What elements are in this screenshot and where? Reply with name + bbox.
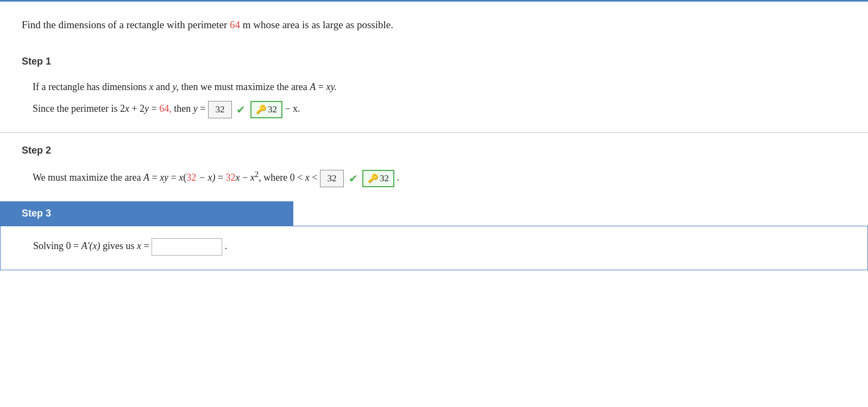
step1-line2-y2: y [193, 103, 198, 114]
step1-A: A [310, 81, 316, 92]
step2-minus-x: − x) [196, 172, 215, 183]
step2-xy: xy [160, 172, 168, 183]
problem-highlight-value: 64 [230, 19, 240, 30]
step2-label: Step 2 [22, 143, 846, 158]
step2-eq2: = [168, 172, 179, 183]
problem-statement: Find the dimensions of a rectangle with … [0, 2, 868, 44]
step1-line2: Since the perimeter is 2x + 2y = 64, the… [33, 99, 846, 120]
step3-x: (x) [90, 240, 100, 251]
step1-line2-plus: + 2 [129, 103, 144, 114]
step2-x4: x [305, 172, 310, 183]
step2-A: A [143, 172, 149, 183]
step2-red2: 32 [226, 172, 236, 183]
step2-minus2: − [240, 172, 250, 183]
step1-answer-box1: 32 [208, 101, 232, 118]
step2-line1: We must maximize the area A = xy = x(32 … [33, 166, 846, 189]
step1-xy: xy. [326, 81, 337, 92]
step2-red1: 32 [186, 172, 196, 183]
step2-x3: x [250, 172, 255, 183]
step1-line2-x: x [125, 103, 129, 114]
step3-outer: Step 3 Solving 0 = A′(x) gives us x = . [0, 201, 868, 270]
step2-comma: , where 0 < [259, 172, 305, 183]
step1-line2-y: y [144, 103, 149, 114]
step3-gives: gives us [100, 240, 137, 251]
step2-key-icon: 🔑 [368, 170, 379, 187]
step2-check-icon: ✔ [349, 168, 358, 189]
step2-eq3: = [215, 172, 225, 183]
step3-answer-input[interactable] [152, 238, 222, 256]
page-container: Find the dimensions of a rectangle with … [0, 0, 868, 407]
step1-answer-box2: 🔑32 [250, 101, 282, 118]
problem-text-after: whose area is as large as possible. [251, 19, 393, 30]
step1-then: then we must maximize the area [179, 81, 310, 92]
step2-answer-box2: 🔑32 [362, 170, 394, 187]
step2-period: . [397, 172, 400, 183]
step1-line1: If a rectangle has dimensions x and y, t… [33, 77, 846, 97]
step2-section: Step 2 We must maximize the area A = xy … [0, 133, 868, 201]
step2-eq: = [149, 172, 160, 183]
step1-y: y, [172, 81, 179, 92]
step1-and: and [153, 81, 172, 92]
step1-key-icon: 🔑 [256, 101, 267, 118]
step1-line2-before: Since the perimeter is 2 [33, 103, 125, 114]
step3-A: A′ [81, 240, 90, 251]
step3-before: Solving 0 = [33, 240, 81, 251]
step1-line2-minus: − x. [285, 103, 300, 114]
step1-eq: = [316, 81, 326, 92]
step2-answer-box1: 32 [320, 170, 344, 187]
problem-text-before: Find the dimensions of a rectangle with … [22, 19, 230, 30]
step1-line1-before: If a rectangle has dimensions [33, 81, 149, 92]
step3-label: Step 3 [22, 208, 51, 219]
step1-label: Step 1 [22, 54, 846, 69]
problem-unit: m [240, 19, 251, 30]
step1-line2-eq: = [149, 103, 159, 114]
step1-section: Step 1 If a rectangle has dimensions x a… [0, 44, 868, 132]
step3-content-box: Solving 0 = A′(x) gives us x = . [0, 226, 868, 270]
step2-before: We must maximize the area [33, 172, 143, 183]
step2-content: We must maximize the area A = xy = x(32 … [22, 166, 846, 189]
step1-line2-red: 64, [159, 103, 172, 114]
step3-period: . [225, 240, 228, 251]
step1-line2-eq2: = [198, 103, 208, 114]
step3-eq: = [141, 240, 152, 251]
step3-line1: Solving 0 = A′(x) gives us x = . [33, 238, 846, 256]
step2-lt: < [310, 172, 320, 183]
step3-x2: x [137, 240, 141, 251]
step2-x2: x [236, 172, 240, 183]
step1-check-icon: ✔ [236, 99, 246, 120]
step1-content: If a rectangle has dimensions x and y, t… [22, 77, 846, 120]
step1-line2-then: then [172, 103, 193, 114]
step3-header: Step 3 [0, 201, 293, 226]
